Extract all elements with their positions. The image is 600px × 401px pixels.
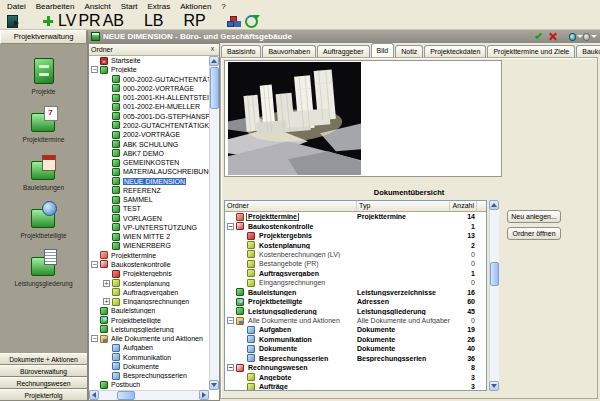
pr-button[interactable]: PR	[78, 14, 100, 29]
confirm-button[interactable]	[531, 31, 545, 42]
table-row[interactable]: Projektergebnis 13	[225, 231, 486, 240]
table-row[interactable]: Aufgaben Dokumente 19	[225, 325, 486, 334]
cancel-button[interactable]	[545, 31, 559, 42]
tab[interactable]: Bild	[371, 43, 395, 57]
row-expander-box[interactable]	[227, 223, 234, 230]
tree-item[interactable]: VP-UNTERSTÜTZUNG	[89, 223, 209, 232]
scrollbar-thumb[interactable]	[210, 67, 219, 109]
sidebar-footer-button[interactable]: Büroverwaltung	[0, 365, 87, 377]
table-row[interactable]: Rechnungswesen 8	[225, 363, 486, 372]
scroll-right-button[interactable]	[199, 390, 209, 400]
navigate-forward-button[interactable]	[583, 31, 597, 42]
table-row[interactable]: Alle Dokumente und Aktionen Alle Dokumen…	[225, 316, 486, 325]
exit-button[interactable]	[4, 14, 20, 29]
scrollbar-thumb[interactable]	[490, 262, 499, 286]
sidebar-item[interactable]: Projekte	[0, 56, 87, 95]
tree-item[interactable]: 000-2002-GUTACHTENTÄTIGKE	[89, 75, 209, 84]
refresh-button[interactable]	[244, 14, 260, 29]
table-row[interactable]: Projekttermine Projekttermine 14	[225, 212, 486, 221]
column-header-anzahl[interactable]: Anzahl	[450, 201, 477, 211]
menu-item[interactable]: Aktionen	[175, 1, 216, 12]
org-button[interactable]	[226, 14, 242, 29]
menu-item[interactable]: Extras	[143, 1, 176, 12]
scroll-up-button[interactable]	[209, 56, 219, 66]
tab[interactable]: Notiz	[395, 45, 423, 57]
table-row[interactable]: Kostenplanung 2	[225, 240, 486, 249]
tab[interactable]: Basisinfo	[221, 45, 261, 57]
tree-item[interactable]: 001-2001-KH-ALLENTSTEIG	[89, 93, 209, 102]
lv-button[interactable]: LV	[58, 14, 76, 29]
tree-item[interactable]: Aufgaben	[89, 343, 209, 352]
table-row[interactable]: Aufträge 3	[225, 382, 486, 391]
tree-item[interactable]: 001-2002-EH-MUELLER	[89, 102, 209, 111]
table-row[interactable]: Leistungsgliederung Leistungsgliederung …	[225, 306, 486, 315]
menu-item[interactable]: Ansicht	[79, 1, 115, 12]
menu-item[interactable]: ?	[216, 1, 230, 12]
tree-item[interactable]: Besprechungsserien	[89, 371, 209, 380]
tree-expander-box[interactable]	[103, 298, 110, 305]
tree-item[interactable]: VORLAGEN	[89, 214, 209, 223]
table-row[interactable]: Besprechungsserien Besprechungsserien 36	[225, 354, 486, 363]
table-row[interactable]: Baukostenkontrolle 1	[225, 221, 486, 230]
tree-item[interactable]: MATERIALAUSCHREIBUNGEN 2	[89, 167, 209, 176]
tree-item[interactable]: Alle Dokumente und Aktionen	[89, 334, 209, 343]
tree-horizontal-scrollbar[interactable]	[89, 390, 209, 400]
tree-expander-box[interactable]	[91, 335, 98, 342]
tree-item[interactable]: Postbuch	[89, 380, 209, 389]
scroll-up-button[interactable]	[489, 200, 499, 210]
table-row[interactable]: Eingangsrechnungen 0	[225, 278, 486, 287]
document-action-button[interactable]: Neu anlegen...	[507, 210, 561, 223]
tree-expander-box[interactable]	[91, 261, 98, 268]
scrollbar-thumb[interactable]	[117, 391, 135, 400]
ab-button[interactable]: AB	[103, 14, 124, 29]
separator[interactable]	[166, 14, 182, 29]
tree-item[interactable]: Kostenplanung	[89, 278, 209, 287]
table-vertical-scrollbar[interactable]	[489, 200, 499, 391]
sidebar-header-projektverwaltung[interactable]: Projektverwaltung	[0, 30, 87, 44]
tree-item[interactable]: 005-2001-DG-STEPHANSPLATZ	[89, 112, 209, 121]
tree-item[interactable]: ABK7 DEMO	[89, 149, 209, 158]
sidebar-item[interactable]: Projekttermine	[0, 104, 87, 143]
tree-item[interactable]: Auftragsvergaben	[89, 288, 209, 297]
tree-item[interactable]: TEST	[89, 204, 209, 213]
tree-item[interactable]: WIEN MITTE 2	[89, 232, 209, 241]
table-row[interactable]: Bestangebote (PR) 0	[225, 259, 486, 268]
tree-item[interactable]: WIENERBERG	[89, 241, 209, 250]
tab[interactable]: Bauvorhaben	[262, 45, 316, 57]
tree-item[interactable]: Kommunikation	[89, 353, 209, 362]
sidebar-item[interactable]: Leistungsgliederung	[0, 248, 87, 287]
document-action-button[interactable]: Ordner öffnen	[507, 227, 561, 240]
tree-item[interactable]: GEMEINKOSTEN	[89, 158, 209, 167]
tree-item[interactable]: 000-2002-VORTRÄGE	[89, 84, 209, 93]
table-row[interactable]: Dokumente Dokumente 40	[225, 344, 486, 353]
column-header-typ[interactable]: Typ	[357, 201, 450, 211]
table-row[interactable]: Auftragsvergaben 1	[225, 269, 486, 278]
tree-item[interactable]: Baukostenkontrolle	[89, 260, 209, 269]
sidebar-item[interactable]: Projektbeteiligte	[0, 200, 87, 239]
tree-item[interactable]: Projektbeteiligte	[89, 315, 209, 324]
separator[interactable]	[126, 14, 142, 29]
sidebar-footer-button[interactable]: Dokumente + Aktionen	[0, 353, 87, 365]
tree-expander-box[interactable]	[91, 66, 98, 73]
navigate-back-button[interactable]	[569, 31, 583, 42]
separator[interactable]	[208, 14, 224, 29]
lb-button[interactable]: LB	[144, 14, 164, 29]
tab[interactable]: Baukoordination	[576, 45, 600, 57]
table-row[interactable]: Kommunikation Dokumente 26	[225, 335, 486, 344]
tab[interactable]: Projekttermine und Ziele	[487, 45, 575, 57]
close-icon[interactable]: x	[208, 45, 217, 54]
tree-item[interactable]: SAMMEL	[89, 195, 209, 204]
tree-item[interactable]: 2002-GUTACHTENTÄTIGKEIT	[89, 121, 209, 130]
tree-vertical-scrollbar[interactable]	[209, 56, 219, 390]
tree-item[interactable]: Eingangsrechnungen	[89, 297, 209, 306]
scroll-down-button[interactable]	[209, 380, 219, 390]
row-expander-box[interactable]	[227, 317, 234, 324]
tree-item[interactable]: REFERENZ	[89, 186, 209, 195]
tree-item[interactable]: Dokumente	[89, 362, 209, 371]
tree-item[interactable]: ABK SCHULUNG	[89, 139, 209, 148]
scroll-left-button[interactable]	[89, 390, 99, 400]
menu-item[interactable]: Start	[116, 1, 143, 12]
tree-item[interactable]: Projektergebnis	[89, 269, 209, 278]
new-button[interactable]	[40, 14, 56, 29]
tree-item[interactable]: 2002-VORTRÄGE	[89, 130, 209, 139]
